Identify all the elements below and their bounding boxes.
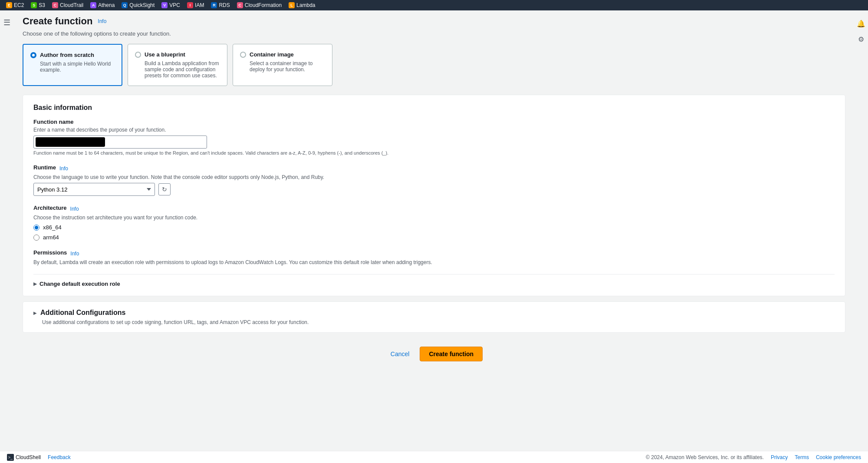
nav-s3[interactable]: S S3 (28, 1, 48, 9)
cancel-button[interactable]: Cancel (385, 348, 415, 360)
page-title: Create function (23, 16, 92, 27)
additional-expand-arrow-icon: ▶ (33, 311, 37, 315)
permissions-label-row: Permissions Info (33, 249, 835, 258)
architecture-x86-option[interactable]: x86_64 (33, 224, 835, 231)
iam-icon: I (187, 2, 193, 8)
page-subtitle: Choose one of the following options to c… (23, 30, 845, 37)
vpc-icon: V (161, 2, 168, 8)
expand-arrow-icon: ▶ (33, 281, 37, 286)
architecture-desc: Choose the instruction set architecture … (33, 215, 835, 221)
top-navigation: E EC2 S S3 C CloudTrail A Athena Q Quick… (0, 0, 868, 10)
function-name-group: Function name Enter a name that describe… (33, 119, 835, 155)
architecture-arm64-radio[interactable] (33, 235, 39, 241)
container-radio[interactable] (240, 52, 246, 58)
lambda-icon: L (289, 2, 295, 8)
runtime-refresh-button[interactable]: ↻ (158, 183, 171, 195)
hamburger-icon: ☰ (3, 18, 10, 27)
refresh-icon: ↻ (162, 186, 167, 193)
additional-configs-panel: ▶ Additional Configurations Use addition… (23, 301, 845, 333)
architecture-label: Architecture (33, 205, 67, 211)
ec2-icon: E (6, 2, 12, 8)
main-content: Create function Info Choose one of the f… (14, 10, 854, 403)
notification-icon[interactable]: 🔔 (856, 18, 866, 29)
blueprint-card[interactable]: Use a blueprint Build a Lambda applicati… (128, 44, 227, 86)
additional-configs-title: Additional Configurations (40, 309, 125, 317)
nav-lambda[interactable]: L Lambda (286, 1, 318, 9)
runtime-label-row: Runtime Info (33, 164, 835, 172)
architecture-radio-group: x86_64 arm64 (33, 224, 835, 241)
rds-icon: R (211, 2, 217, 8)
architecture-group: Architecture Info Choose the instruction… (33, 205, 835, 241)
additional-configs-desc: Use additional configurations to set up … (33, 319, 835, 325)
architecture-arm64-label: arm64 (43, 234, 59, 241)
cloudtrail-icon: C (52, 2, 58, 8)
basic-info-panel: Basic information Function name Enter a … (23, 95, 845, 296)
runtime-row: Python 3.12 Python 3.11 Python 3.10 Node… (33, 183, 835, 196)
change-role-section: ▶ Change default execution role (33, 274, 835, 287)
card-header-blueprint: Use a blueprint (135, 51, 220, 58)
function-name-input-container[interactable] (33, 136, 207, 149)
card-header-container: Container image (240, 51, 325, 58)
cloudformation-icon: C (237, 2, 243, 8)
architecture-info-link[interactable]: Info (70, 206, 79, 212)
change-role-label: Change default execution role (39, 281, 120, 287)
nav-ec2[interactable]: E EC2 (3, 1, 26, 9)
nav-rds[interactable]: R RDS (208, 1, 232, 9)
nav-athena[interactable]: A Athena (88, 1, 117, 9)
nav-cloudformation[interactable]: C CloudFormation (234, 1, 284, 9)
author-card-title: Author from scratch (40, 52, 94, 58)
change-role-toggle[interactable]: ▶ Change default execution role (33, 281, 835, 287)
container-card[interactable]: Container image Select a container image… (233, 44, 332, 86)
page-info-link[interactable]: Info (98, 18, 106, 24)
runtime-select[interactable]: Python 3.12 Python 3.11 Python 3.10 Node… (33, 183, 155, 196)
settings-icon[interactable]: ⚙ (856, 34, 866, 44)
blueprint-card-title: Use a blueprint (145, 51, 185, 58)
basic-info-title: Basic information (33, 104, 835, 112)
additional-configs-toggle[interactable]: ▶ Additional Configurations (33, 309, 835, 317)
runtime-info-link[interactable]: Info (59, 165, 68, 172)
function-name-hint: Function name must be 1 to 64 characters… (33, 150, 835, 155)
architecture-label-row: Architecture Info (33, 205, 835, 213)
runtime-label: Runtime (33, 164, 56, 171)
create-function-button[interactable]: Create function (420, 347, 483, 361)
runtime-desc: Choose the language to use to write your… (33, 174, 835, 180)
author-from-scratch-card[interactable]: Author from scratch Start with a simple … (23, 44, 122, 86)
author-card-desc: Start with a simple Hello World example. (30, 61, 115, 73)
blueprint-card-desc: Build a Lambda application from sample c… (135, 60, 220, 79)
nav-iam[interactable]: I IAM (184, 1, 207, 9)
permissions-info-link[interactable]: Info (70, 251, 79, 257)
function-name-desc: Enter a name that describes the purpose … (33, 127, 835, 133)
function-name-masked (36, 137, 105, 147)
blueprint-radio[interactable] (135, 52, 141, 58)
s3-icon: S (31, 2, 37, 8)
nav-cloudtrail[interactable]: C CloudTrail (49, 1, 86, 9)
card-header-author: Author from scratch (30, 52, 115, 58)
athena-icon: A (90, 2, 96, 8)
nav-vpc[interactable]: V VPC (159, 1, 183, 9)
architecture-arm64-option[interactable]: arm64 (33, 234, 835, 241)
right-panel-icons: 🔔 ⚙ (854, 14, 868, 44)
quicksight-icon: Q (122, 2, 128, 8)
sidebar-toggle[interactable]: ☰ (0, 16, 14, 30)
permissions-desc: By default, Lambda will create an execut… (33, 259, 835, 265)
nav-quicksight[interactable]: Q QuickSight (119, 1, 157, 9)
runtime-group: Runtime Info Choose the language to use … (33, 164, 835, 196)
author-radio[interactable] (30, 52, 36, 58)
permissions-label: Permissions (33, 249, 67, 256)
container-card-desc: Select a container image to deploy for y… (240, 60, 325, 73)
footer-actions: Cancel Create function (23, 340, 845, 368)
architecture-x86-radio[interactable] (33, 225, 39, 231)
function-name-label: Function name (33, 119, 835, 125)
creation-method-cards: Author from scratch Start with a simple … (23, 44, 845, 86)
container-card-title: Container image (250, 51, 294, 58)
page-header: Create function Info (23, 16, 845, 27)
architecture-x86-label: x86_64 (43, 224, 62, 231)
permissions-group: Permissions Info By default, Lambda will… (33, 249, 835, 265)
